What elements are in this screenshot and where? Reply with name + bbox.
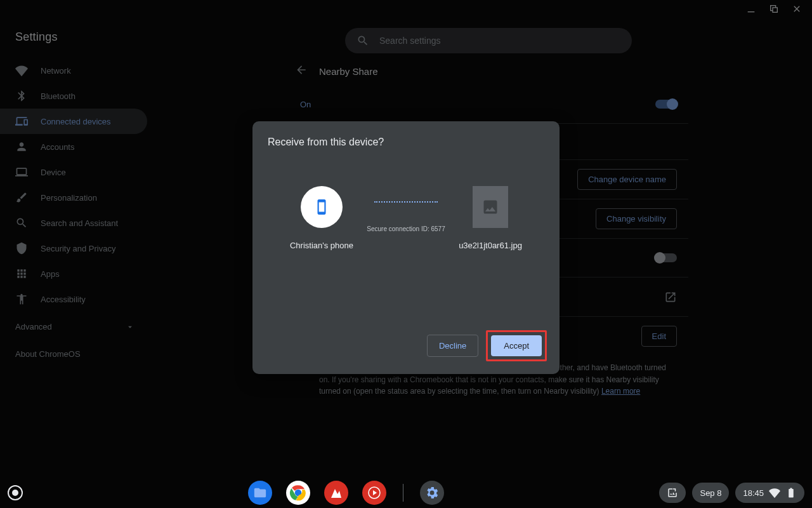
accept-highlight: Accept [486, 330, 547, 361]
search-placeholder: Search settings [379, 36, 441, 46]
dialog-title: Receive from this device? [268, 137, 544, 148]
advanced-label: Advanced [15, 322, 52, 331]
file-name: u3e2l1jt0ar61.jpg [459, 241, 522, 250]
files-app-icon[interactable] [248, 481, 272, 505]
back-icon[interactable] [295, 64, 308, 79]
sidebar-item-label: Connected devices [41, 117, 111, 126]
sidebar-item-label: Network [41, 66, 71, 76]
sidebar-item-security-privacy[interactable]: Security and Privacy [0, 236, 147, 261]
connection-id: Secure connection ID: 6577 [367, 225, 445, 232]
window-titlebar [0, 0, 812, 20]
sender-avatar [301, 186, 343, 228]
settings-sidebar: Settings Network Bluetooth Connected dev… [0, 20, 165, 483]
search-icon [357, 34, 369, 47]
decline-button[interactable]: Decline [427, 335, 478, 357]
sidebar-item-connected-devices[interactable]: Connected devices [0, 109, 147, 134]
sidebar-item-bluetooth[interactable]: Bluetooth [0, 83, 147, 109]
close-icon[interactable] [792, 4, 802, 17]
sidebar-item-device[interactable]: Device [0, 159, 147, 185]
shelf: Sep 8 18:45 [0, 478, 812, 508]
change-device-name-button[interactable]: Change device name [577, 169, 677, 190]
connection-line [374, 201, 438, 203]
edit-data-usage-button[interactable]: Edit [641, 326, 677, 347]
nearby-toggle[interactable] [655, 100, 677, 109]
change-visibility-button[interactable]: Change visibility [596, 208, 677, 229]
nearby-on-label: On [300, 100, 311, 109]
settings-app-icon[interactable] [420, 481, 444, 505]
receive-dialog: Receive from this device? Christian's ph… [252, 121, 560, 374]
open-external-icon [664, 291, 677, 304]
image-icon [481, 198, 499, 216]
sender-name: Christian's phone [290, 241, 353, 250]
sidebar-item-label: Apps [41, 269, 60, 279]
sidebar-item-label: Security and Privacy [41, 244, 116, 253]
sidebar-item-personalization[interactable]: Personalization [0, 185, 147, 210]
sidebar-item-network[interactable]: Network [0, 58, 147, 83]
sidebar-item-accessibility[interactable]: Accessibility [0, 286, 147, 312]
sidebar-item-label: Bluetooth [41, 91, 75, 101]
app-icon-3[interactable] [324, 481, 348, 505]
clock: 18:45 [743, 488, 764, 498]
sidebar-item-label: Accessibility [41, 295, 86, 304]
minimize-icon[interactable] [746, 4, 756, 17]
sidebar-item-search-assistant[interactable]: Search and Assistant [0, 210, 147, 236]
sidebar-advanced[interactable]: Advanced [0, 312, 165, 342]
chevron-down-icon [126, 323, 134, 331]
screenshot-tray-icon[interactable] [659, 483, 686, 503]
file-thumbnail [473, 186, 508, 228]
sidebar-item-label: Personalization [41, 193, 97, 203]
svg-rect-2 [773, 8, 777, 12]
sidebar-item-label: Accounts [41, 142, 74, 152]
sidebar-item-accounts[interactable]: Accounts [0, 134, 147, 159]
settings-title: Settings [0, 25, 165, 58]
chrome-app-icon[interactable] [286, 481, 310, 505]
learn-more-link[interactable]: Learn more [601, 387, 640, 396]
phone-icon [313, 199, 330, 215]
date-tray[interactable]: Sep 8 [692, 483, 729, 503]
sidebar-item-apps[interactable]: Apps [0, 261, 147, 286]
maximize-icon[interactable] [769, 4, 779, 17]
launcher-button[interactable] [8, 485, 23, 500]
battery-icon [785, 487, 797, 498]
wifi-icon [769, 487, 780, 498]
youtube-music-icon[interactable] [362, 481, 386, 505]
page-title: Nearby Share [319, 66, 378, 77]
search-input[interactable]: Search settings [345, 28, 632, 53]
svg-rect-0 [748, 11, 755, 12]
sidebar-about[interactable]: About ChromeOS [0, 342, 165, 366]
sidebar-item-label: Device [41, 168, 66, 177]
status-tray[interactable]: 18:45 [735, 483, 804, 503]
notification-toggle[interactable] [655, 253, 677, 262]
sidebar-item-label: Search and Assistant [41, 218, 118, 228]
accept-button[interactable]: Accept [491, 335, 542, 356]
